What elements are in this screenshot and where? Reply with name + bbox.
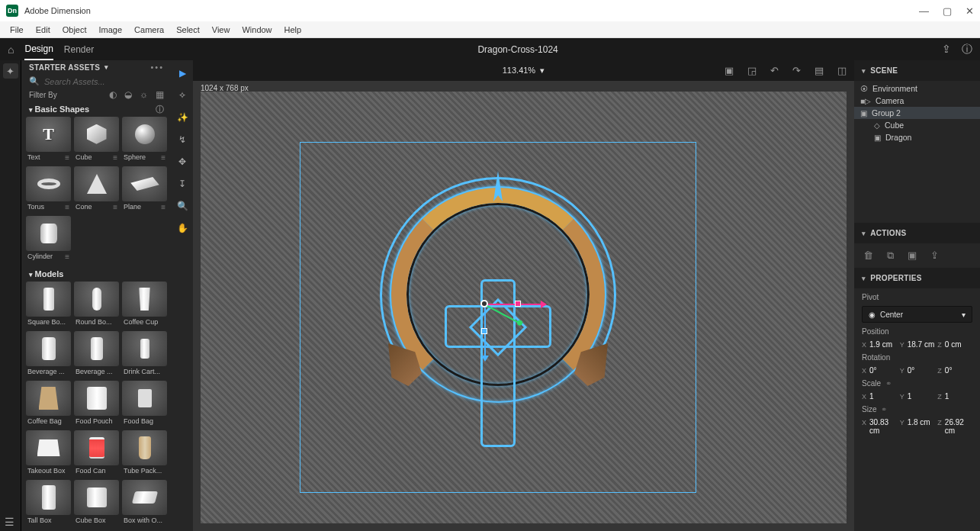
select-tool[interactable]: ▶ — [175, 66, 189, 80]
size-x[interactable]: X30.83 cm — [862, 418, 897, 435]
scene-section-header[interactable]: SCENE — [854, 60, 980, 81]
menu-select[interactable]: Select — [171, 24, 205, 36]
zoom-level[interactable]: 113.41% ▾ — [503, 66, 545, 76]
asset-box-open[interactable]: Box with O... — [122, 480, 167, 526]
camera-bookmark-icon[interactable]: ◲ — [747, 65, 757, 76]
delete-icon[interactable]: 🗑 — [863, 249, 873, 262]
scale-z[interactable]: Z1 — [937, 392, 972, 401]
section-basic-shapes[interactable]: Basic Shapes — [29, 105, 89, 114]
window-maximize[interactable]: ▢ — [943, 5, 952, 17]
search-input[interactable] — [44, 77, 164, 86]
asset-tube-pack[interactable]: Tube Pack... — [122, 430, 167, 477]
rotation-z[interactable]: Z0° — [937, 366, 972, 375]
menu-image[interactable]: Image — [94, 24, 128, 36]
scene-cube[interactable]: ◇Cube — [854, 119, 980, 131]
asset-cone[interactable]: Cone≡ — [74, 166, 119, 213]
size-y[interactable]: Y1.8 cm — [900, 418, 935, 435]
assets-panel-title[interactable]: STARTER ASSETS▾ — [29, 63, 108, 72]
menu-window[interactable]: Window — [236, 24, 277, 36]
camera-icon: ■▷ — [860, 97, 871, 105]
redo-view-icon[interactable]: ↷ — [792, 65, 801, 76]
position-x[interactable]: X1.9 cm — [862, 340, 897, 349]
asset-coffee-cup[interactable]: Coffee Cup — [122, 282, 167, 328]
scene-dragon[interactable]: ▣Dragon — [854, 131, 980, 143]
info-icon[interactable]: ⓘ — [156, 104, 164, 115]
panel-toggle-icon[interactable]: ☰ — [5, 516, 14, 528]
asset-food-bag[interactable]: Food Bag — [122, 381, 167, 427]
asset-beverage-2[interactable]: Beverage ... — [74, 331, 119, 378]
orbit-tool[interactable]: ✧ — [175, 88, 189, 102]
scene-camera[interactable]: ■▷Camera — [854, 95, 980, 107]
asset-round-bottle[interactable]: Round Bo... — [74, 282, 119, 328]
properties-section-header[interactable]: PROPERTIES — [854, 268, 980, 288]
asset-cylinder[interactable]: Cylinder≡ — [26, 216, 71, 262]
gizmo-y-plane[interactable] — [481, 328, 487, 334]
filter-lights-icon[interactable]: ☼ — [140, 89, 148, 100]
filter-materials-icon[interactable]: ◒ — [124, 89, 132, 100]
link-icon[interactable]: ⚭ — [881, 405, 887, 414]
viewport[interactable]: 1024 x 768 px — [193, 81, 854, 531]
asset-torus[interactable]: Torus≡ — [26, 166, 71, 213]
menu-edit[interactable]: Edit — [31, 24, 56, 36]
share-icon[interactable]: ⇪ — [942, 43, 951, 56]
menu-help[interactable]: Help — [279, 24, 307, 36]
asset-tall-box[interactable]: Tall Box — [26, 480, 71, 526]
link-icon[interactable]: ⚭ — [885, 379, 892, 388]
zoom-tool[interactable]: 🔍 — [175, 199, 189, 213]
undo-view-icon[interactable]: ↶ — [770, 65, 779, 76]
render-settings-icon[interactable]: ◫ — [837, 65, 847, 76]
asset-cube[interactable]: Cube≡ — [74, 117, 119, 163]
asset-sphere[interactable]: Sphere≡ — [122, 117, 167, 163]
export-icon[interactable]: ⇪ — [930, 249, 939, 262]
hand-tool[interactable]: ✋ — [175, 221, 189, 235]
asset-square-bottle[interactable]: Square Bo... — [26, 282, 71, 328]
asset-text[interactable]: TText≡ — [26, 117, 71, 163]
asset-takeout-box[interactable]: Takeout Box — [26, 430, 71, 477]
artwork-group[interactable] — [353, 172, 643, 462]
asset-food-can[interactable]: Food Can — [74, 430, 119, 477]
filter-images-icon[interactable]: ▦ — [156, 89, 164, 100]
sampler-tool[interactable]: ↯ — [175, 133, 189, 146]
asset-cube-box[interactable]: Cube Box — [74, 480, 119, 526]
magic-wand-tool[interactable]: ✨ — [175, 111, 189, 124]
help-icon[interactable]: ⓘ — [962, 43, 972, 56]
position-z[interactable]: Z0 cm — [937, 340, 972, 349]
asset-food-pouch[interactable]: Food Pouch — [74, 381, 119, 427]
move-tool[interactable]: ✥ — [175, 155, 189, 169]
size-z[interactable]: Z26.92 cm — [937, 418, 972, 435]
gizmo-x-axis[interactable] — [484, 304, 542, 305]
pivot-select[interactable]: ◉Center ▾ — [862, 306, 972, 323]
window-close[interactable]: ✕ — [966, 5, 974, 17]
gizmo-origin[interactable] — [480, 300, 488, 307]
menu-object[interactable]: Object — [57, 24, 92, 36]
group-icon[interactable]: ▣ — [908, 249, 917, 262]
home-icon[interactable]: ⌂ — [8, 43, 14, 56]
position-y[interactable]: Y18.7 cm — [900, 340, 935, 349]
tab-render[interactable]: Render — [64, 40, 94, 60]
filter-models-icon[interactable]: ◐ — [109, 89, 117, 100]
asset-coffee-bag[interactable]: Coffee Bag — [26, 381, 71, 427]
rotation-y[interactable]: Y0° — [900, 366, 935, 375]
scene-group-2[interactable]: ▣Group 2 — [854, 107, 980, 119]
menu-camera[interactable]: Camera — [129, 24, 169, 36]
render-preview-icon[interactable]: ▤ — [815, 65, 824, 76]
window-minimize[interactable]: — — [919, 5, 929, 17]
gizmo-x-plane[interactable] — [515, 301, 521, 307]
assets-panel-more[interactable]: ••• — [150, 63, 164, 72]
tab-design[interactable]: Design — [24, 39, 53, 60]
asset-drink-carton[interactable]: Drink Cart... — [122, 331, 167, 378]
scene-environment[interactable]: ⦿Environment — [854, 82, 980, 95]
asset-beverage-1[interactable]: Beverage ... — [26, 331, 71, 378]
section-models[interactable]: Models — [29, 269, 63, 278]
align-tool[interactable]: ↧ — [175, 177, 189, 191]
menu-view[interactable]: View — [207, 24, 236, 36]
rotation-x[interactable]: X0° — [862, 366, 897, 375]
scale-y[interactable]: Y1 — [900, 392, 935, 401]
menu-file[interactable]: File — [5, 24, 29, 36]
duplicate-icon[interactable]: ⧉ — [887, 249, 894, 262]
asset-plane[interactable]: Plane≡ — [122, 166, 167, 213]
add-content-button[interactable]: ✦ — [3, 63, 18, 79]
scale-x[interactable]: X1 — [862, 392, 897, 401]
actions-section-header[interactable]: ACTIONS — [854, 223, 980, 243]
frame-all-icon[interactable]: ▣ — [725, 65, 734, 76]
